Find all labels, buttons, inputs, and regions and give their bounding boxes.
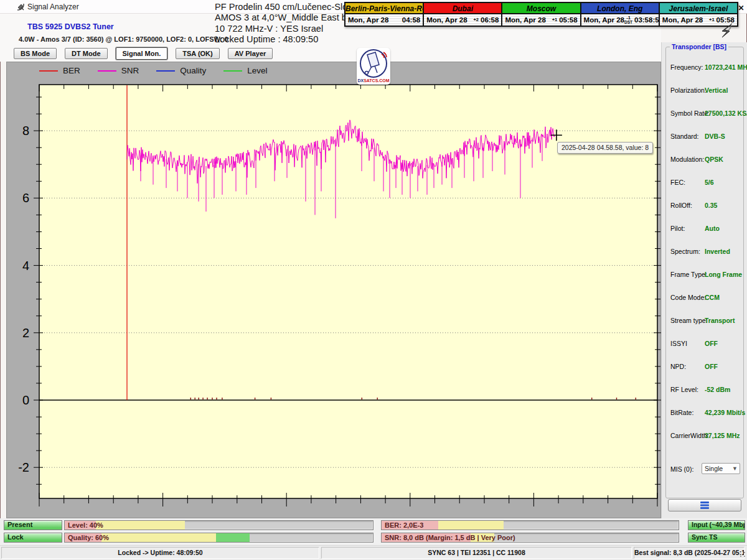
clock-time: Mon, Apr 28+206:58 <box>424 14 501 26</box>
transponder-row-frequency: Frequency:10723,241 MHz <box>666 63 745 72</box>
signal-chart[interactable]: 86420-2 <box>7 62 662 519</box>
clock-panel: Berlin-Paris-Vienna-RomaMon, Apr 2804:58… <box>344 2 738 27</box>
legend-item-quality: Quality <box>156 66 206 75</box>
transponder-row-modulation: Modulation:QPSK <box>666 156 745 164</box>
y-axis-label: 0 <box>22 393 29 407</box>
row-value: 42,239 Mbit/s <box>705 409 745 416</box>
row-value: Auto <box>705 225 720 232</box>
transponder-panel: Transponder [BS] MIS (0): Single ▼ Frequ… <box>665 47 744 498</box>
row-value: DVB-S <box>705 133 725 140</box>
disk-icon <box>700 502 710 509</box>
row-value: 0.35 <box>705 202 717 209</box>
legend-label: SNR <box>121 66 139 75</box>
transponder-row-pilot: Pilot:Auto <box>666 225 745 233</box>
close-icon[interactable]: ✕ <box>736 4 746 13</box>
statusbar-best-signal: Best signal: 8,3 dB (2025-04-27 05:17) <box>634 547 745 559</box>
y-axis-label: 6 <box>22 191 29 205</box>
sync-ts-indicator: Sync TS <box>688 533 745 543</box>
row-value: Vertical <box>705 86 728 94</box>
bar-label: SNR: 8,0 dB (Margin: 1,5 dB | Very Poor) <box>385 534 515 541</box>
row-label: Frequency: <box>670 63 703 71</box>
bar-segment-yellow <box>438 521 504 530</box>
row-label: Modulation: <box>670 156 704 163</box>
satellite-dish-logo-icon: DXSATCS.COM <box>357 48 390 85</box>
bar-segment-green <box>216 533 250 542</box>
app-icon <box>16 2 25 11</box>
transponder-row-issyi: ISSYIOFF <box>666 340 745 348</box>
tab-tsa-ok[interactable]: TSA (OK) <box>176 48 219 59</box>
legend-line-swatch <box>98 70 116 72</box>
bar-segment-yellow <box>101 533 215 542</box>
window-title: Signal Analyzer <box>27 2 79 11</box>
lock-indicator: Lock <box>4 533 62 543</box>
chart-legend: BERSNRQualityLevel <box>39 66 285 75</box>
transponder-row-code-mode: Code Mode:CCM <box>666 294 745 302</box>
y-axis-label: -2 <box>18 460 29 474</box>
clock-city-header: Dubai <box>424 3 501 14</box>
row-value: 5/6 <box>705 179 714 186</box>
bar-label: Quality: 60% <box>68 534 109 541</box>
row-label: Standard: <box>670 133 699 140</box>
legend-item-ber: BER <box>39 66 80 75</box>
row-label: NPD: <box>670 363 686 370</box>
mis-dropdown[interactable]: Single ▼ <box>702 463 740 474</box>
signal-monitor-panel: BERSNRQualityLevel 86420-2 <box>6 62 661 518</box>
dxsatcs-logo: DXSATCS.COM <box>357 48 390 85</box>
y-axis-label: 2 <box>22 326 29 340</box>
mis-label: MIS (0): <box>670 465 693 473</box>
clock-berlin-paris-vienna-roma: Berlin-Paris-Vienna-RomaMon, Apr 2804:58 <box>345 3 423 26</box>
chevron-down-icon: ▼ <box>732 464 738 474</box>
legend-item-snr: SNR <box>98 66 139 75</box>
legend-label: Quality <box>180 66 206 75</box>
statusbar: Locked -> Uptime: 48:09:50 SYNC 63 | TEI… <box>0 545 747 560</box>
legend-line-swatch <box>156 70 175 72</box>
clock-city-header: Moscow <box>502 3 580 14</box>
row-label: Frame Type: <box>670 271 707 278</box>
tuner-subtitle: 4.0W - Amos 3/7 (ID: 3560) @ LOF1: 97500… <box>19 35 228 43</box>
row-label: Code Mode: <box>670 294 706 301</box>
level-bar: Level: 40% <box>64 520 374 530</box>
row-value: OFF <box>705 340 718 347</box>
row-label: Stream type: <box>670 317 708 324</box>
tab-signal-mon[interactable]: Signal Mon. <box>116 47 168 60</box>
clock-city-header: London, Eng <box>581 3 659 14</box>
row-value: Long Frame <box>705 271 742 278</box>
tuner-title: TBS 5925 DVBS2 Tuner <box>27 22 114 31</box>
clock-time: Mon, Apr 28+105:58 <box>502 14 580 26</box>
clock-moscow: MoscowMon, Apr 28+105:58 <box>501 3 580 26</box>
svg-text:DXSATCS.COM: DXSATCS.COM <box>357 78 389 83</box>
transponder-row-npd: NPD:OFF <box>666 363 745 371</box>
row-label: Spectrum: <box>670 248 700 255</box>
tab-av-player[interactable]: AV Player <box>228 48 273 59</box>
legend-item-level: Level <box>223 66 267 75</box>
tab-bar: BS ModeDT ModeSignal Mon.TSA (OK)AV Play… <box>14 48 273 60</box>
transponder-header: Transponder [BS] <box>670 43 728 50</box>
clock-time: Mon, Apr 28-1DST03:58:58 <box>581 14 659 26</box>
transponder-row-frame-type: Frame Type:Long Frame <box>666 271 745 279</box>
transponder-row-rf-level: RF Level:-52 dBm <box>666 386 745 394</box>
resize-grip[interactable] <box>740 551 746 558</box>
row-value: 10723,241 MHz <box>705 63 747 71</box>
row-value: -52 dBm <box>705 386 730 393</box>
y-axis-label: 4 <box>22 259 29 273</box>
row-value: 27500,132 KS/s <box>705 110 747 117</box>
row-label: ISSYI <box>670 340 687 347</box>
input-indicator: Input (~40,39 Mbps) <box>688 520 745 530</box>
row-label: RF Level: <box>670 386 698 393</box>
legend-label: Level <box>247 66 267 75</box>
transponder-row-symbol-rate: Symbol Rate:27500,132 KS/s <box>666 110 745 118</box>
row-label: Polarization: <box>670 86 707 94</box>
bar-label: BER: 2,0E-3 <box>385 521 423 529</box>
snr-bar: SNR: 8,0 dB (Margin: 1,5 dB | Very Poor) <box>381 533 679 543</box>
bar-label: Level: 40% <box>68 521 103 529</box>
row-value: Inverted <box>705 248 730 255</box>
transponder-row-fec: FEC:5/6 <box>666 179 745 187</box>
row-value: Transport <box>705 317 735 324</box>
transponder-row-stream-type: Stream type:Transport <box>666 317 745 325</box>
transponder-row-rolloff: RollOff:0.35 <box>666 202 745 210</box>
record-button[interactable] <box>668 499 741 511</box>
tab-dt-mode[interactable]: DT Mode <box>65 48 107 59</box>
clock-city-header: Jerusalem-Israel <box>660 3 737 14</box>
clock-time: Mon, Apr 2804:58 <box>345 14 423 26</box>
tab-bs-mode[interactable]: BS Mode <box>14 48 57 59</box>
